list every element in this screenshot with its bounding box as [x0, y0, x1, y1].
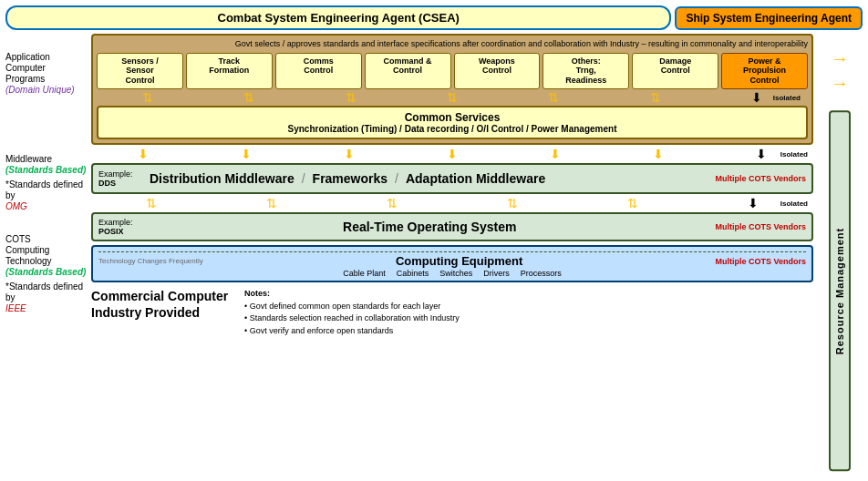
rtos-title: Real-Time Operating System [150, 220, 709, 234]
rtos-cots: Multiple COTS Vendors [715, 222, 806, 231]
common-services-box: Common Services Synchronization (Timing)… [97, 106, 808, 139]
drivers: Drivers [483, 269, 510, 278]
computing-cots: Multiple COTS Vendors [715, 257, 806, 266]
resource-management-box: Resource Management [829, 110, 851, 471]
arrow4: ⇅ [401, 90, 502, 105]
between-middleware-rtos: ⇅ ⇅ ⇅ ⇅ ⇅ ⬇ Isolated [91, 198, 813, 209]
commercial-label: Commercial Computer Industry Provided [91, 288, 237, 337]
computing-title: Computing Equipment [209, 254, 710, 268]
common-services-sub: Synchronization (Timing) / Data recordin… [104, 124, 801, 134]
app-arrow-row: ⇅ ⇅ ⇅ ⇅ ⇅ ⇅ ⬇ Isolated [97, 92, 808, 103]
app-box-sensors: Sensors /SensorControl [97, 53, 183, 89]
isolated-app: Isolated [773, 94, 801, 102]
m-arrow2: ⇅ [212, 196, 332, 210]
right-side: → → Resource Management [817, 34, 863, 471]
app-box-power: Power &PropulsionControl [721, 53, 808, 89]
arrow6: ⇅ [604, 90, 706, 105]
middleware-layer: Example: DDS Distribution Middleware / F… [91, 163, 813, 194]
m-arrow3: ⇅ [332, 196, 452, 210]
dist-middleware: Distribution Middleware [150, 171, 294, 186]
center-content: Govt selects / approves standards and in… [91, 34, 813, 471]
b-arrow6: ⬇ [607, 147, 710, 161]
bottom-row: Commercial Computer Industry Provided No… [91, 288, 813, 337]
app-layer-label: Application Computer Programs (Domain Un… [5, 34, 88, 96]
csea-box: Combat System Engineering Agent (CSEA) [5, 5, 671, 30]
slash2: / [395, 171, 398, 186]
app-box-others: Others:Trng,Readiness [542, 53, 629, 89]
gov-text: Govt selects / approves standards and in… [97, 39, 808, 50]
common-services-title: Common Services [104, 111, 801, 124]
slash1: / [302, 171, 305, 186]
computing-header: Technology Changes Frequently Computing … [98, 254, 806, 268]
cabinets: Cabinets [397, 269, 429, 278]
note2: • Standards selection reached in collabo… [244, 312, 813, 325]
b-arrow4: ⬇ [400, 147, 503, 161]
middleware-example: Example: DDS [98, 169, 144, 188]
cots-layer-label: COTS Computing Technology (Standards Bas… [5, 234, 88, 314]
app-box-weapons: WeaponsControl [454, 53, 541, 89]
notes-box: Notes: • Govt defined common open standa… [244, 288, 813, 337]
arrow3: ⇅ [300, 90, 401, 105]
app-box-comms: CommsControl [275, 53, 362, 89]
app-box-damage: DamageControl [632, 53, 718, 89]
b-arrow1: ⬇ [91, 147, 194, 161]
isolated-mid2: Isolated [780, 200, 808, 208]
cable-plant: Cable Plant [343, 269, 386, 278]
middleware-layer-label: Middleware (Standards Based) *Standards … [5, 154, 88, 212]
resource-label: Resource Management [834, 227, 845, 353]
left-labels: Application Computer Programs (Domain Un… [5, 34, 88, 471]
m-arrow4: ⇅ [452, 196, 573, 210]
top-header: Combat System Engineering Agent (CSEA) S… [5, 5, 863, 30]
arrow1: ⇅ [97, 90, 198, 105]
switches: Switches [439, 269, 472, 278]
m-arrow1: ⇅ [91, 196, 212, 210]
computing-small: Technology Changes Frequently [98, 257, 203, 265]
app-boxes-row: Sensors /SensorControl TrackFormation Co… [97, 53, 808, 89]
app-box-command: Command &Control [365, 53, 451, 89]
notes-header: Notes: [244, 288, 813, 301]
note1: • Govt defined common open standards for… [244, 301, 813, 313]
m-arrow5: ⇅ [573, 196, 693, 210]
adapt-middleware: Adaptation Middleware [406, 171, 545, 186]
right-arrow-2: → [831, 73, 849, 94]
b-arrow3: ⬇ [297, 147, 400, 161]
frameworks: Frameworks [313, 171, 388, 186]
app-layer: Govt selects / approves standards and in… [91, 34, 813, 145]
arrow5: ⇅ [503, 90, 604, 105]
right-arrow-1: → [831, 48, 849, 69]
rtos-layer: Example: POSIX Real-Time Operating Syste… [91, 212, 813, 241]
between-app-middleware: ⬇ ⬇ ⬇ ⬇ ⬇ ⬇ ⬇ Isolated [91, 148, 813, 159]
arrow2: ⇅ [198, 90, 299, 105]
main-layout: Application Computer Programs (Domain Un… [5, 34, 863, 471]
b-arrow2: ⬇ [194, 147, 297, 161]
ssea-label: Ship System Engineering Agent [686, 12, 852, 25]
dashed-separator [98, 251, 806, 252]
csea-label: Combat System Engineering Agent (CSEA) [218, 11, 460, 25]
ssea-box: Ship System Engineering Agent [675, 6, 863, 30]
middleware-cots: Multiple COTS Vendors [715, 174, 806, 183]
computing-layer: Technology Changes Frequently Computing … [91, 245, 813, 282]
processors: Processors [521, 269, 562, 278]
middleware-main: Distribution Middleware / Frameworks / A… [150, 171, 709, 186]
right-arrows-top: → → [831, 34, 849, 108]
isolated-mid1: Isolated [780, 150, 808, 159]
main-container: Combat System Engineering Agent (CSEA) S… [0, 0, 868, 481]
rtos-example: Example: POSIX [98, 218, 144, 236]
b-arrow5: ⬇ [504, 147, 607, 161]
app-box-track: TrackFormation [186, 53, 273, 89]
computing-sub: Cable Plant Cabinets Switches Drivers Pr… [98, 269, 806, 278]
note3: • Govt verify and enforce open standards [244, 325, 813, 338]
